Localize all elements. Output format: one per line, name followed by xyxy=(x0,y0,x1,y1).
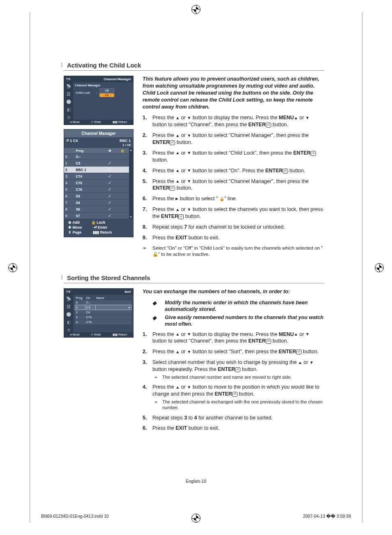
sort-row: 4C75 xyxy=(75,320,131,324)
sort-ch: C74 xyxy=(85,315,96,320)
sort-prog: 1 xyxy=(75,305,85,310)
enter-icon: ⏎ xyxy=(170,140,175,145)
osd-footer-enter: ⏎ Enter xyxy=(94,225,108,229)
step-item: Press the ▲ or ▼ button to select "Sort"… xyxy=(143,348,324,355)
row-channel: S3 xyxy=(74,193,104,199)
col-ch: Ch. xyxy=(85,296,96,300)
check-icon: ✓ xyxy=(108,167,111,172)
clock-icon: 🕒 xyxy=(66,100,71,104)
osd-footer-page: ⇕ Page xyxy=(68,230,81,234)
check-icon: ✓ xyxy=(108,174,111,178)
down-icon: ▼ xyxy=(187,331,191,337)
down-icon: ▼ xyxy=(305,331,309,337)
step-item: Press the ▲ or ▼ button to select "Chann… xyxy=(143,132,324,146)
sort-name xyxy=(96,310,131,315)
row-added xyxy=(104,154,116,160)
row-channel: S4 xyxy=(74,199,104,206)
osd-pager: 1 / 10 xyxy=(64,143,133,148)
step-item: Press the ▲ or ▼ button to display the m… xyxy=(143,114,324,128)
sort-prog: 0 xyxy=(75,300,85,305)
row-num: 5 xyxy=(64,186,74,193)
row-channel: S7 xyxy=(74,213,104,219)
row-locked: ✓ xyxy=(116,167,129,173)
enter-icon: ⏎ xyxy=(266,123,271,127)
sort-prog: 4 xyxy=(75,320,85,324)
osd-current-name: BBC 1 xyxy=(120,139,131,143)
row-locked xyxy=(116,199,129,206)
step-item: Press the ▲ or ▼ button to move to the p… xyxy=(143,384,324,410)
down-icon: ▼ xyxy=(187,168,191,174)
down-icon: ▼ xyxy=(187,349,191,355)
osd-footer-move: ♦ Move xyxy=(70,120,80,124)
registration-mark-icon xyxy=(375,263,384,272)
channel-row: 6S3✓ xyxy=(64,193,129,199)
up-icon: ▲ xyxy=(175,168,180,174)
step-item: Press the ▲ or ▼ button to select the ch… xyxy=(143,206,324,220)
channel-row: 7S4✓ xyxy=(64,199,129,206)
row-channel: C3 xyxy=(74,160,104,167)
row-num: 1 xyxy=(64,160,74,167)
check-icon: ✓ xyxy=(108,207,111,211)
section2-bullets: Modify the numeric order in which the ch… xyxy=(159,299,324,328)
right-icon: ▶ xyxy=(175,196,178,201)
down-icon: ▼ xyxy=(187,133,191,139)
enter-icon: ⏎ xyxy=(170,186,175,191)
sort-row: 2C4 xyxy=(75,310,131,315)
section-heading-sorting: Sorting the Stored Channels xyxy=(64,274,324,283)
up-icon: ▲ xyxy=(294,115,298,121)
osd-tv-label: TV xyxy=(66,77,70,81)
sort-ch: C3 xyxy=(85,305,96,310)
enter-icon: ⏎ xyxy=(283,169,288,174)
check-icon: ✓ xyxy=(108,194,111,198)
enter-icon: ⏎ xyxy=(311,151,316,156)
sort-name: ▸ xyxy=(96,305,131,310)
clock-icon: 🕒 xyxy=(66,312,71,317)
row-channel: BBC 1 xyxy=(74,167,104,173)
scroll-down-icon: ▼ xyxy=(129,215,132,218)
step-item: Press the ▲ or ▼ button to select "Child… xyxy=(143,150,324,164)
gear-icon: ⚙ xyxy=(67,115,71,120)
up-icon: ▲ xyxy=(175,349,180,355)
section1-intro: This feature allows you to prevent unaut… xyxy=(143,76,324,110)
osd-scrollbar: ▲ ▼ xyxy=(129,148,133,219)
channel-row: 3C74✓ xyxy=(64,173,129,180)
osd-option-off: Off xyxy=(99,88,114,93)
down-icon: ▼ xyxy=(187,207,191,213)
page-number: English-10 xyxy=(0,479,392,484)
row-channel: C76 xyxy=(74,186,104,193)
osd-screenshot-child-lock-menu: TV Channel Manager 📡 🖼 🕒 ◧ ⚙ Channel Man… xyxy=(64,76,134,125)
row-locked xyxy=(116,160,129,167)
osd-footer-add: ⊕ Add xyxy=(68,220,80,225)
osd-side-icons: 📡 🖼 🕒 ◧ ⚙ xyxy=(64,295,73,332)
up-icon: ▲ xyxy=(175,150,180,156)
down-icon: ▼ xyxy=(187,150,191,156)
step-item: Press the ▲ or ▼ button to select "On". … xyxy=(143,167,324,174)
heading-text: Activating the Child Lock xyxy=(67,62,141,69)
check-icon: ✓ xyxy=(121,167,124,172)
intro-bullet: Modify the numeric order in which the ch… xyxy=(159,299,324,313)
enter-icon: ⏎ xyxy=(235,367,240,372)
picture-icon: 🖼 xyxy=(67,304,71,309)
row-added: ✓ xyxy=(104,213,116,219)
up-icon: ▲ xyxy=(175,178,180,184)
osd-screenshot-channel-manager-list: Channel Manager P 1 C4 BBC 1 1 / 10 Prog… xyxy=(64,129,134,237)
down-icon: ▼ xyxy=(309,360,314,366)
row-locked xyxy=(116,186,129,193)
gear-icon: ⚙ xyxy=(67,328,71,332)
channel-row: 8S6✓ xyxy=(64,206,129,213)
osd-panel-title: Channel Manager xyxy=(75,83,131,87)
row-locked xyxy=(116,154,129,160)
row-added: ✓ xyxy=(104,206,116,213)
row-added: ✓ xyxy=(104,186,116,193)
osd-footer-return: ▮▮▮ Return xyxy=(113,333,127,336)
step-subnote: The selected channel number and name are… xyxy=(154,374,324,380)
frame-left xyxy=(30,12,30,523)
osd-side-icons: 📡 🖼 🕒 ◧ ⚙ xyxy=(64,82,73,120)
lock-icon: 🔒 xyxy=(219,196,224,202)
osd-option-on: On xyxy=(99,93,114,97)
osd-header-title: Channel Manager xyxy=(104,77,131,81)
sort-row: 1C3 ▸ xyxy=(75,305,131,310)
scroll-up-icon: ▲ xyxy=(129,148,132,151)
row-num: 6 xyxy=(64,193,74,199)
osd-footer-return: ▮▮▮ Return xyxy=(93,230,112,234)
